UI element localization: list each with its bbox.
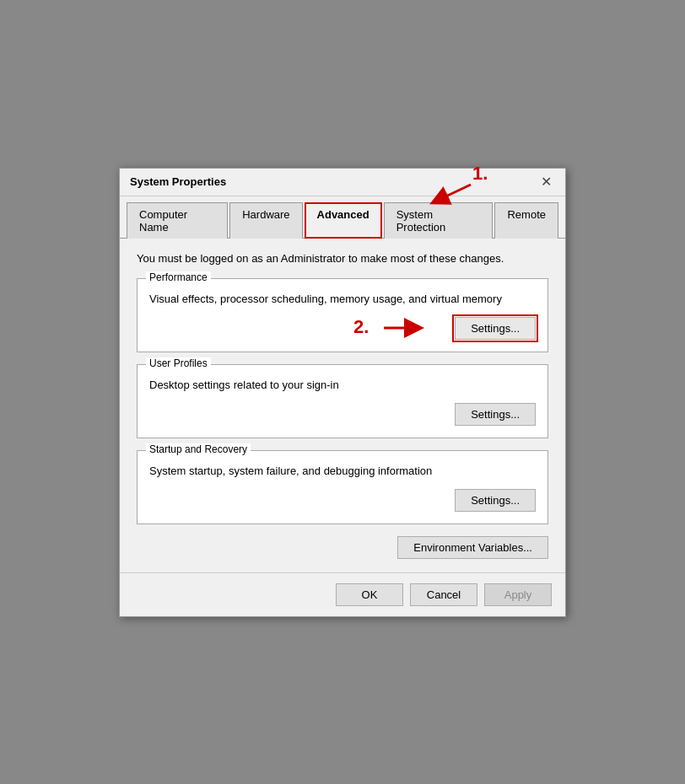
tab-advanced[interactable]: Advanced bbox=[305, 202, 382, 239]
startup-recovery-btn-row: Settings... bbox=[149, 489, 536, 512]
environment-variables-button[interactable]: Environment Variables... bbox=[397, 536, 548, 559]
dialog-title: System Properties bbox=[130, 175, 226, 188]
user-profiles-desc: Desktop settings related to your sign-in bbox=[149, 379, 536, 391]
user-profiles-settings-button[interactable]: Settings... bbox=[455, 403, 536, 426]
startup-recovery-settings-button[interactable]: Settings... bbox=[455, 489, 536, 512]
ok-button[interactable]: OK bbox=[336, 583, 403, 606]
user-profiles-btn-row: Settings... bbox=[149, 403, 536, 426]
startup-recovery-label: Startup and Recovery bbox=[146, 443, 251, 455]
tabs-container: Computer Name Hardware Advanced System P… bbox=[120, 196, 565, 239]
tab-computer-name[interactable]: Computer Name bbox=[127, 202, 228, 239]
close-button[interactable]: ✕ bbox=[537, 175, 555, 189]
env-variables-row: Environment Variables... bbox=[137, 536, 548, 559]
apply-button[interactable]: Apply bbox=[484, 583, 552, 606]
tab-system-protection[interactable]: System Protection bbox=[384, 202, 494, 239]
performance-btn-row: Settings... bbox=[149, 317, 536, 340]
system-properties-dialog: System Properties ✕ Computer Name Hardwa… bbox=[119, 168, 566, 617]
performance-label: Performance bbox=[146, 271, 211, 283]
performance-desc: Visual effects, processor scheduling, me… bbox=[149, 293, 536, 305]
admin-notice: You must be logged on as an Administrato… bbox=[137, 252, 548, 265]
performance-section: Performance Visual effects, processor sc… bbox=[137, 278, 548, 352]
user-profiles-label: User Profiles bbox=[146, 357, 211, 369]
user-profiles-section: User Profiles Desktop settings related t… bbox=[137, 364, 548, 438]
tab-remote[interactable]: Remote bbox=[494, 202, 558, 239]
startup-recovery-desc: System startup, system failure, and debu… bbox=[149, 464, 536, 477]
footer: OK Cancel Apply bbox=[120, 572, 565, 616]
content-area: You must be logged on as an Administrato… bbox=[120, 239, 565, 572]
startup-recovery-section: Startup and Recovery System startup, sys… bbox=[137, 450, 548, 524]
cancel-button[interactable]: Cancel bbox=[410, 583, 477, 606]
tab-hardware[interactable]: Hardware bbox=[229, 202, 302, 239]
tab-bar: Computer Name Hardware Advanced System P… bbox=[120, 196, 565, 239]
title-bar: System Properties ✕ bbox=[120, 169, 565, 196]
performance-settings-button[interactable]: Settings... bbox=[455, 317, 536, 340]
